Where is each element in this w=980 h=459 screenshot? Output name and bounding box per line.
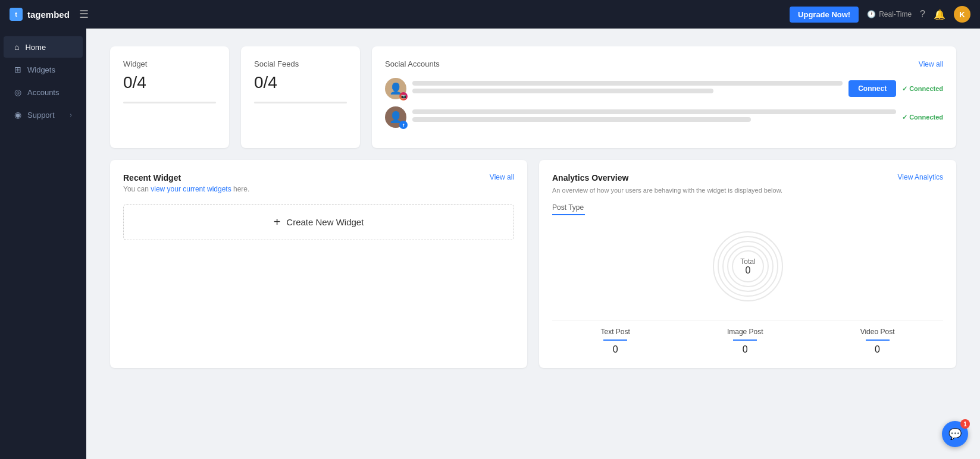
text-post-label: Text Post	[601, 328, 630, 336]
widgets-icon: ⊞	[14, 65, 21, 74]
social-name-bar-1b	[412, 89, 713, 93]
text-post-value: 0	[613, 344, 618, 355]
help-icon[interactable]: ?	[920, 9, 925, 20]
social-avatar-wrap-1: 👤 📷	[385, 78, 406, 99]
sidebar-label-widgets: Widgets	[27, 65, 55, 74]
video-post-underline	[866, 339, 890, 341]
analytics-stats-row: Text Post 0 Image Post 0 Video Post 0	[552, 320, 943, 355]
accounts-icon: ◎	[14, 87, 21, 97]
view-analytics-link[interactable]: View Analytics	[898, 173, 943, 181]
upgrade-button[interactable]: Upgrade Now!	[790, 7, 859, 23]
social-name-wrap-1	[412, 81, 843, 96]
widget-card: Widget 0/4	[110, 46, 229, 148]
logo-icon: t	[10, 8, 23, 21]
sidebar-label-accounts: Accounts	[27, 88, 59, 97]
sidebar-label-support: Support	[27, 111, 55, 120]
create-widget-button[interactable]: + Create New Widget	[123, 204, 514, 240]
video-post-label: Video Post	[860, 328, 895, 336]
donut-total-value: 0	[745, 265, 750, 275]
social-accounts-title: Social Accounts	[385, 59, 440, 68]
logo: t tagembed	[10, 8, 70, 21]
video-post-value: 0	[875, 344, 880, 355]
image-post-value: 0	[743, 344, 748, 355]
widget-card-title: Widget	[123, 59, 216, 68]
chat-bubble[interactable]: 💬 1	[942, 421, 968, 447]
social-feeds-value: 0/4	[254, 73, 347, 92]
social-feeds-progress-bar	[254, 102, 347, 103]
image-post-label: Image Post	[727, 328, 763, 336]
image-post-col: Image Post 0	[727, 328, 763, 355]
widget-progress-bar	[123, 102, 216, 103]
sidebar-item-widgets[interactable]: ⊞ Widgets	[4, 59, 83, 80]
nav-left: t tagembed ☰	[10, 8, 89, 21]
nav-right: Upgrade Now! 🕐 Real-Time ? 🔔 K	[790, 6, 970, 23]
analytics-title: Analytics Overview	[552, 173, 628, 183]
top-row: Widget 0/4 Social Feeds 0/4 Social Accou…	[110, 46, 956, 148]
main-content: Widget 0/4 Social Feeds 0/4 Social Accou…	[86, 29, 980, 459]
social-name-bar-1	[412, 81, 843, 86]
app-body: ⌂ Home ⊞ Widgets ◎ Accounts ◉ Support › …	[0, 29, 980, 459]
sidebar-item-support[interactable]: ◉ Support ›	[4, 104, 83, 125]
video-post-col: Video Post 0	[860, 328, 895, 355]
social-name-wrap-2	[412, 109, 896, 125]
realtime-indicator: 🕐 Real-Time	[867, 10, 912, 18]
hamburger-icon[interactable]: ☰	[79, 8, 89, 21]
analytics-subtitle: An overview of how your users are behavi…	[552, 186, 943, 195]
social-account-row-1: 👤 📷 Connect ✓ Connected	[385, 78, 943, 99]
social-name-bar-2b	[412, 117, 751, 122]
recent-widget-header: Recent Widget View all	[123, 173, 514, 183]
social-avatar-wrap-2: 👤 f	[385, 106, 406, 128]
sidebar-label-home: Home	[25, 43, 46, 52]
connected-badge-2: ✓ Connected	[902, 114, 943, 121]
connected-badge-1: ✓ Connected	[902, 85, 943, 93]
post-type-label: Post Type	[552, 203, 943, 212]
recent-widget-view-all[interactable]: View all	[490, 173, 514, 181]
text-post-underline	[603, 339, 627, 341]
bell-icon[interactable]: 🔔	[934, 9, 945, 20]
image-post-underline	[733, 339, 757, 341]
donut-chart: Total 0	[706, 225, 790, 308]
sidebar-item-home[interactable]: ⌂ Home	[4, 36, 83, 58]
user-avatar[interactable]: K	[954, 6, 970, 23]
social-accounts-view-all[interactable]: View all	[919, 60, 943, 68]
donut-chart-wrapper: Total 0	[552, 225, 943, 308]
analytics-header: Analytics Overview View Analytics	[552, 173, 943, 183]
post-type-underline	[552, 214, 585, 215]
recent-widget-card: Recent Widget View all You can view your…	[110, 160, 527, 368]
chevron-right-icon: ›	[70, 111, 72, 118]
recent-widget-subtitle-link[interactable]: view your current widgets	[151, 185, 231, 193]
social-feeds-title: Social Feeds	[254, 59, 347, 68]
sidebar: ⌂ Home ⊞ Widgets ◎ Accounts ◉ Support ›	[0, 29, 86, 459]
social-name-bar-2	[412, 109, 896, 114]
realtime-label: Real-Time	[879, 10, 912, 18]
social-accounts-card: Social Accounts View all 👤 📷	[372, 46, 956, 148]
plus-icon: +	[274, 215, 281, 229]
instagram-badge: 📷	[399, 92, 408, 100]
logo-text: tagembed	[27, 10, 70, 20]
recent-widget-subtitle: You can view your current widgets here.	[123, 185, 514, 193]
create-widget-label: Create New Widget	[286, 217, 364, 227]
sidebar-item-accounts[interactable]: ◎ Accounts	[4, 81, 83, 103]
facebook-badge: f	[399, 121, 408, 129]
social-accounts-header: Social Accounts View all	[385, 59, 943, 68]
chat-icon: 💬	[948, 427, 962, 441]
home-icon: ⌂	[14, 42, 19, 52]
support-icon: ◉	[14, 110, 21, 120]
donut-total-label: Total	[740, 257, 755, 266]
clock-icon: 🕐	[867, 10, 876, 18]
connect-button[interactable]: Connect	[849, 80, 896, 97]
chat-badge: 1	[960, 419, 970, 429]
top-navigation: t tagembed ☰ Upgrade Now! 🕐 Real-Time ? …	[0, 0, 980, 29]
analytics-card: Analytics Overview View Analytics An ove…	[539, 160, 956, 368]
social-feeds-card: Social Feeds 0/4	[241, 46, 360, 148]
text-post-col: Text Post 0	[601, 328, 630, 355]
recent-widget-title: Recent Widget	[123, 173, 181, 183]
widget-card-value: 0/4	[123, 73, 216, 92]
social-account-row-2: 👤 f ✓ Connected	[385, 106, 943, 128]
bottom-row: Recent Widget View all You can view your…	[110, 160, 956, 368]
